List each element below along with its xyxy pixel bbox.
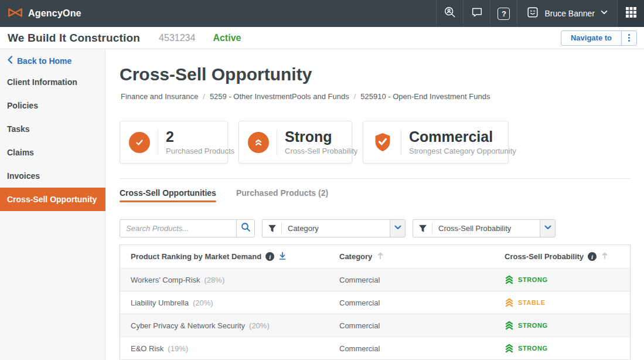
sidebar-item-invoices[interactable]: Invoices — [0, 164, 105, 188]
card-divider — [401, 130, 401, 155]
column-label: Product Ranking by Market Demand — [131, 252, 261, 261]
status-badge: Active — [213, 33, 241, 43]
stat-card-purchased-products: 2 Purchased Products — [120, 121, 228, 164]
help-button[interactable]: ? — [490, 0, 517, 27]
table-header-row: Product Ranking by Market Demand Categor… — [120, 245, 630, 268]
sort-ascending-icon[interactable] — [376, 252, 384, 261]
category-filter-dropdown[interactable]: Category — [262, 219, 406, 237]
product-name: Workers' Comp-Risk — [131, 276, 200, 284]
check-circle-icon — [129, 132, 150, 153]
topbar-actions: ? Bruce Banner — [436, 0, 644, 27]
stat-cards: 2 Purchased Products Strong Cross-S — [120, 121, 509, 164]
table-row[interactable]: Workers' Comp-Risk (28%) Commercial STRO… — [120, 268, 630, 291]
stat-value: Strong — [285, 129, 357, 144]
filter-funnel-icon — [263, 225, 281, 233]
app-window: AgencyOne — [0, 0, 644, 360]
chat-icon — [471, 6, 483, 21]
stat-value: 2 — [166, 129, 234, 144]
sidebar-item-label: Claims — [7, 148, 34, 157]
category-value: Commercial — [339, 298, 380, 307]
product-percentage: (28%) — [205, 276, 225, 284]
product-percentage: (20%) — [249, 321, 270, 330]
sidebar-item-label: Client Information — [7, 77, 77, 87]
back-to-home-label: Back to Home — [17, 56, 71, 66]
tab-purchased-products[interactable]: Purchased Products (2) — [236, 188, 328, 202]
tab-cross-sell-opportunities[interactable]: Cross-Sell Opportunities — [120, 188, 216, 202]
sidebar-item-tasks[interactable]: Tasks — [0, 117, 105, 141]
stat-card-category: Commercial Strongest Category Opportunit… — [363, 121, 509, 164]
column-header-probability[interactable]: Cross-Sell Probability — [505, 252, 630, 261]
card-divider — [158, 130, 158, 155]
probability-filter-value: Cross-Sell Probability — [432, 224, 540, 233]
search-button[interactable] — [236, 220, 254, 237]
product-name: Liability Umbrella — [131, 298, 189, 307]
user-name: Bruce Banner — [544, 9, 595, 18]
apps-grid-icon — [625, 6, 637, 21]
profile-face-icon — [526, 6, 539, 21]
probability-label: STABLE — [518, 299, 546, 306]
navigate-to-button[interactable]: Navigate to — [561, 31, 621, 45]
probability-label: STRONG — [518, 322, 548, 329]
category-filter-value: Category — [282, 224, 390, 233]
category-value: Commercial — [339, 276, 380, 284]
brand-name: AgencyOne — [28, 8, 81, 19]
help-icon: ? — [498, 8, 510, 20]
stat-label: Strongest Category Opportunity — [409, 147, 516, 155]
user-menu[interactable]: Bruce Banner — [517, 0, 617, 27]
stat-label: Purchased Products — [166, 147, 234, 155]
table-row[interactable]: Liability Umbrella (20%) Commercial STAB… — [120, 291, 630, 314]
opportunities-table: Product Ranking by Market Demand Categor… — [120, 244, 631, 360]
product-percentage: (20%) — [193, 298, 213, 307]
sidebar: Back to Home Client Information Policies… — [0, 49, 105, 360]
top-navigation-bar: AgencyOne — [0, 0, 644, 27]
sort-ascending-icon[interactable] — [601, 252, 609, 261]
shield-check-icon — [372, 132, 393, 153]
more-options-button[interactable] — [621, 31, 636, 45]
sidebar-item-claims[interactable]: Claims — [0, 141, 105, 164]
dropdown-caret[interactable] — [390, 220, 405, 237]
client-name: We Build It Construction — [8, 32, 140, 45]
probability-badge: STRONG — [505, 344, 548, 353]
probability-filter-dropdown[interactable]: Cross-Sell Probability — [413, 219, 556, 237]
sidebar-item-label: Cross-Sell Opportunity — [7, 195, 97, 204]
breadcrumb: Finance and Insurance 5259 - Other Inves… — [121, 92, 490, 101]
probability-label: STRONG — [518, 345, 548, 352]
sort-descending-icon[interactable] — [278, 252, 287, 262]
section-divider — [120, 178, 631, 179]
triple-chevron-up-icon — [505, 298, 514, 307]
product-name: E&O Risk — [131, 344, 163, 353]
sidebar-item-client-information[interactable]: Client Information — [0, 70, 105, 94]
probability-badge: STRONG — [505, 321, 548, 330]
column-header-product[interactable]: Product Ranking by Market Demand — [120, 252, 339, 262]
info-icon[interactable] — [265, 252, 274, 261]
breadcrumb-segment: 5259 - Other InvestmentPools and Funds — [198, 92, 349, 101]
product-name: Cyber Privacy & Network Security — [131, 321, 245, 330]
search-input[interactable] — [120, 220, 236, 237]
back-to-home-link[interactable]: Back to Home — [0, 49, 105, 70]
chevron-left-icon — [7, 56, 13, 66]
stat-value: Commercial — [409, 129, 516, 144]
category-value: Commercial — [339, 344, 380, 353]
chat-button[interactable] — [463, 0, 490, 27]
triple-chevron-up-icon — [505, 275, 514, 284]
kebab-icon — [628, 37, 630, 39]
dropdown-caret[interactable] — [540, 220, 555, 237]
column-header-category[interactable]: Category — [339, 252, 505, 261]
chevron-down-icon — [544, 223, 552, 234]
search-icon — [241, 222, 251, 235]
table-row[interactable]: E&O Risk (19%) Commercial STRONG — [120, 337, 630, 359]
sidebar-item-cross-sell-opportunity[interactable]: Cross-Sell Opportunity — [0, 188, 105, 211]
breadcrumb-segment: 525910 - Open-End Investment Funds — [349, 92, 490, 101]
sidebar-item-label: Tasks — [7, 124, 30, 134]
apps-launcher-button[interactable] — [617, 0, 644, 27]
triple-chevron-up-icon — [505, 344, 514, 353]
sidebar-item-policies[interactable]: Policies — [0, 94, 105, 117]
category-value: Commercial — [339, 321, 380, 330]
user-search-button[interactable] — [436, 0, 463, 27]
table-row[interactable]: Cyber Privacy & Network Security (20%) C… — [120, 314, 630, 337]
filter-toolbar: Category — [120, 219, 631, 237]
probability-badge: STABLE — [505, 298, 546, 307]
info-icon[interactable] — [588, 252, 597, 261]
probability-label: STRONG — [518, 276, 548, 283]
client-header-bar: We Build It Construction 4531234 Active … — [0, 27, 644, 49]
